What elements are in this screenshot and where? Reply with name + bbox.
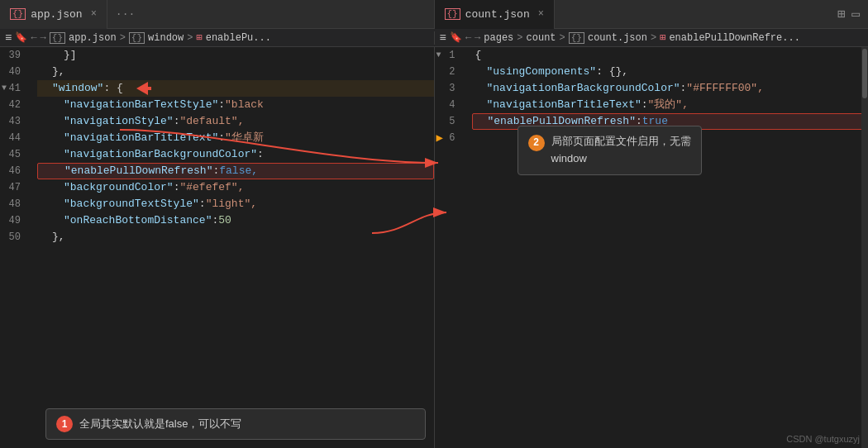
annotation-text-2: 局部页面配置文件启用，无需window xyxy=(551,133,691,168)
bc-pages: pages xyxy=(484,32,513,44)
code-line-42: "navigationBarTextStyle": "black xyxy=(37,97,434,113)
code-line-43: "navigationStyle": "default", xyxy=(37,113,434,130)
r-gutter-5: 5 xyxy=(435,113,464,130)
toggle-panel-icon[interactable]: ▭ xyxy=(851,6,860,22)
forward-icon-left[interactable]: → xyxy=(41,32,46,44)
watermark: CSDN @tutgxuzyj xyxy=(786,434,860,444)
collapse-arrow-41[interactable]: ▼ xyxy=(2,80,7,97)
bc-obj-2: {} xyxy=(129,32,145,44)
gutter-39: 39 xyxy=(0,47,29,64)
gutter-44: 44 xyxy=(0,130,29,146)
bc-countjson: count.json xyxy=(588,32,647,44)
collapse-arrow-r1[interactable]: ▼ xyxy=(436,47,441,64)
json-icon-right: {} xyxy=(445,8,460,20)
gutter-43: 43 xyxy=(0,113,29,130)
left-editor-pane: 39 40 ▼ 41 42 43 44 45 46 47 48 49 50 xyxy=(0,47,434,448)
gutter-42: 42 xyxy=(0,97,29,113)
left-code-area: 39 40 ▼ 41 42 43 44 45 46 47 48 49 50 xyxy=(0,47,434,448)
tab-count-json-close[interactable]: × xyxy=(538,8,544,20)
bookmark-icon-right[interactable]: 🔖 xyxy=(450,31,462,44)
code-line-40: }, xyxy=(37,64,434,80)
left-gutter: 39 40 ▼ 41 42 43 44 45 46 47 48 49 50 xyxy=(0,47,37,448)
bc-enablepu: ⊞ xyxy=(196,31,202,44)
gutter-41: ▼ 41 xyxy=(0,80,29,97)
bc-obj-r: {} xyxy=(569,32,584,44)
menu-icon-right[interactable]: ≡ xyxy=(440,31,446,45)
left-tabs: {} app.json × ··· xyxy=(0,0,434,29)
menu-icon-left[interactable]: ≡ xyxy=(5,31,12,45)
split-editor-icon[interactable]: ⊞ xyxy=(837,6,846,22)
gutter-46: 46 xyxy=(0,163,29,179)
main-editor: 39 40 ▼ 41 42 43 44 45 46 47 48 49 50 xyxy=(0,47,868,448)
gutter-45: 45 xyxy=(0,146,29,163)
code-line-46: "enablePullDownRefresh": false, xyxy=(37,163,434,179)
gutter-49: 49 xyxy=(0,212,29,229)
r-gutter-3: 3 xyxy=(435,80,464,97)
scrollbar-thumb[interactable] xyxy=(862,49,867,98)
right-gutter: ▼ 1 2 3 4 5 ▶ 6 xyxy=(435,47,472,448)
gutter-40: 40 xyxy=(0,64,29,80)
bc-appjson: app.json xyxy=(69,32,117,44)
tab-count-json[interactable]: {} count.json × xyxy=(435,0,555,29)
bc-enablepulldown-r: enablePullDownRefre... xyxy=(669,32,799,44)
tab-bar: {} app.json × ··· {} count.json × ⊞ ▭ xyxy=(0,0,868,29)
r-code-line-4: "navigationBarTitleText": "我的", xyxy=(472,97,869,113)
code-line-41: "window": { xyxy=(37,80,434,97)
r-gutter-6: ▶ 6 xyxy=(435,130,464,146)
code-line-49: "onReachBottomDistance": 50 xyxy=(37,212,434,229)
back-icon-left[interactable]: ← xyxy=(31,32,36,44)
tab-app-json-close[interactable]: × xyxy=(91,8,97,20)
r-code-line-1: { xyxy=(472,47,869,64)
annotation-1: 1 全局其实默认就是false，可以不写 xyxy=(45,408,426,440)
arrow-indicator-41 xyxy=(136,82,151,95)
right-scrollbar[interactable] xyxy=(861,47,868,448)
right-tabs: {} count.json × ⊞ ▭ xyxy=(434,0,869,29)
right-code-lines: { "usingComponents": {}, "navigationBarB… xyxy=(472,47,869,448)
arrow-indicator-r6: ▶ xyxy=(436,130,443,146)
code-line-44: "navigationBarTitleText": "华卓新 xyxy=(37,130,434,146)
tab-app-json[interactable]: {} app.json × xyxy=(0,0,107,29)
right-editor-pane: ▼ 1 2 3 4 5 ▶ 6 { "usingC xyxy=(434,47,869,448)
gutter-50: 50 xyxy=(0,229,29,245)
tab-app-json-label: app.json xyxy=(31,8,82,21)
bc-count: count xyxy=(527,32,556,44)
svg-marker-0 xyxy=(136,82,151,95)
annotation-num-2: 2 xyxy=(528,135,545,151)
tab-count-json-label: count.json xyxy=(465,8,530,21)
r-gutter-1: ▼ 1 xyxy=(435,47,464,64)
code-line-50: }, xyxy=(37,229,434,245)
forward-icon-right[interactable]: → xyxy=(475,32,480,44)
breadcrumb-right: ≡ 🔖 ← → pages > count > {} count.json > … xyxy=(434,31,869,45)
back-icon-right[interactable]: ← xyxy=(465,32,471,44)
r-gutter-4: 4 xyxy=(435,97,464,113)
left-code-lines: }] }, "window": { "navigationBarTextStyl… xyxy=(37,47,434,448)
r-code-line-2: "usingComponents": {}, xyxy=(472,64,869,80)
right-code-area: ▼ 1 2 3 4 5 ▶ 6 { "usingC xyxy=(435,47,869,448)
r-code-line-3: "navigationBarBackgroundColor": "#FFFFFF… xyxy=(472,80,869,97)
annotation-text-1: 全局其实默认就是false，可以不写 xyxy=(79,416,241,432)
r-gutter-2: 2 xyxy=(435,64,464,80)
tab-more-left[interactable]: ··· xyxy=(107,8,143,21)
bc-window: window xyxy=(148,32,184,44)
bc-obj-1: {} xyxy=(50,32,65,44)
gutter-47: 47 xyxy=(0,179,29,196)
breadcrumb-bar: ≡ 🔖 ← → {} app.json > {} window > ⊞ enab… xyxy=(0,29,868,47)
json-icon-left: {} xyxy=(10,8,26,20)
bookmark-icon-left[interactable]: 🔖 xyxy=(15,31,27,44)
annotation-2: 2 局部页面配置文件启用，无需window xyxy=(517,126,702,175)
code-line-47: "backgroundColor": "#efefef", xyxy=(37,179,434,196)
annotation-num-1: 1 xyxy=(56,416,73,432)
code-line-45: "navigationBarBackgroundColor": xyxy=(37,146,434,163)
code-line-48: "backgroundTextStyle": "light", xyxy=(37,196,434,212)
breadcrumb-left: ≡ 🔖 ← → {} app.json > {} window > ⊞ enab… xyxy=(0,31,434,45)
gutter-48: 48 xyxy=(0,196,29,212)
code-line-39: }] xyxy=(37,47,434,64)
bc-enablepu-r: ⊞ xyxy=(660,31,665,44)
bc-enablepu-text: enablePu... xyxy=(206,32,271,44)
